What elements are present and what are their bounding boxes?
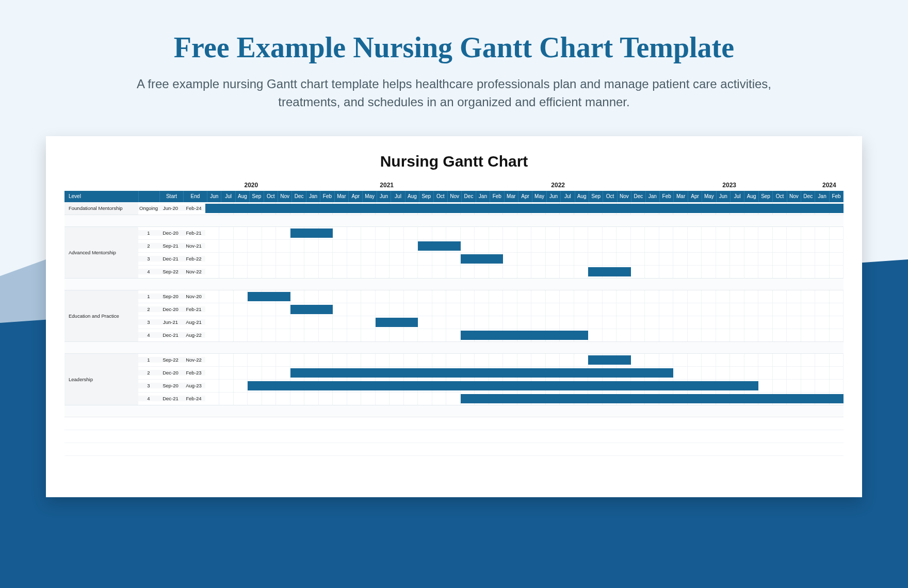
row-n: 2 xyxy=(138,370,159,375)
gantt-row: 2Dec-20Feb-23 xyxy=(138,366,844,379)
row-end: Feb-21 xyxy=(182,230,205,236)
year-header: 2024 xyxy=(815,182,844,191)
gantt-group: Foundational MentorshipOngoingJun-20Feb-… xyxy=(64,202,844,215)
year-header: 2021 xyxy=(301,182,473,191)
col-month: Jul xyxy=(221,191,235,202)
gantt-bar xyxy=(461,331,588,340)
row-timeline xyxy=(205,266,844,278)
gantt-row: 4Dec-21Aug-22 xyxy=(138,329,844,341)
gantt-row: 4Dec-21Feb-24 xyxy=(138,392,844,405)
row-start: Jun-20 xyxy=(159,205,182,211)
row-timeline xyxy=(205,202,844,215)
gantt-row: 3Dec-21Feb-22 xyxy=(138,252,844,265)
col-month: Jun xyxy=(377,191,391,202)
col-month: Jul xyxy=(731,191,744,202)
col-month: Jun xyxy=(717,191,731,202)
page-subtitle: A free example nursing Gantt chart templ… xyxy=(119,75,789,111)
col-month: Jan xyxy=(646,191,660,202)
group-rows: 1Dec-20Feb-212Sep-21Nov-213Dec-21Feb-224… xyxy=(138,227,844,278)
col-month: Jul xyxy=(391,191,405,202)
col-month: Oct xyxy=(264,191,278,202)
gantt-row: 2Sep-21Nov-21 xyxy=(138,239,844,252)
col-month: Oct xyxy=(773,191,787,202)
row-end: Nov-22 xyxy=(182,357,205,363)
row-n: 4 xyxy=(138,332,159,338)
gantt-row: 4Sep-22Nov-22 xyxy=(138,265,844,278)
group-gap xyxy=(64,279,844,290)
group-rows: 1Sep-22Nov-222Dec-20Feb-233Sep-20Aug-234… xyxy=(138,354,844,405)
group-gap xyxy=(64,215,844,227)
gantt-bar xyxy=(290,228,333,238)
row-timeline xyxy=(205,354,844,366)
group-label: Leadership xyxy=(64,354,138,405)
col-start: Start xyxy=(160,191,184,202)
col-month: Apr xyxy=(518,191,532,202)
col-month: Dec xyxy=(462,191,476,202)
gantt-group: Leadership1Sep-22Nov-222Dec-20Feb-233Sep… xyxy=(64,354,844,405)
group-label: Foundational Mentorship xyxy=(64,202,138,215)
group-label: Education and Practice xyxy=(64,290,138,341)
year-header: 2020 xyxy=(201,182,301,191)
col-month: Sep xyxy=(759,191,773,202)
row-end: Aug-21 xyxy=(182,319,205,325)
col-month: Dec xyxy=(631,191,645,202)
row-timeline xyxy=(205,290,844,303)
col-month: Jan xyxy=(476,191,490,202)
row-timeline xyxy=(205,303,844,316)
col-month: May xyxy=(702,191,716,202)
col-month: Sep xyxy=(589,191,603,202)
col-month: Feb xyxy=(830,191,844,202)
row-n: 3 xyxy=(138,319,159,325)
gantt-row: 3Jun-21Aug-21 xyxy=(138,316,844,329)
row-n: 3 xyxy=(138,383,159,388)
col-month: Aug xyxy=(575,191,589,202)
row-start: Jun-21 xyxy=(159,319,182,325)
row-n: 2 xyxy=(138,306,159,312)
col-month: Mar xyxy=(505,191,518,202)
page-title: Free Example Nursing Gantt Chart Templat… xyxy=(0,31,908,64)
gantt-bar xyxy=(248,292,290,301)
content: Free Example Nursing Gantt Chart Templat… xyxy=(0,0,908,497)
row-n: 1 xyxy=(138,293,159,299)
row-end: Feb-24 xyxy=(182,396,205,401)
col-month: Aug xyxy=(744,191,758,202)
gantt-group: Education and Practice1Sep-20Nov-202Dec-… xyxy=(64,290,844,342)
year-header-row: 20202021202220232024 xyxy=(201,182,844,191)
col-month: Aug xyxy=(406,191,419,202)
gantt-row: 1Sep-22Nov-22 xyxy=(138,354,844,366)
row-end: Nov-21 xyxy=(182,243,205,249)
col-month: May xyxy=(532,191,546,202)
row-n: 4 xyxy=(138,396,159,401)
col-month: Jun xyxy=(207,191,221,202)
gantt-bar xyxy=(376,318,418,327)
gantt-bar xyxy=(461,254,503,264)
gantt-bar xyxy=(418,241,460,251)
row-end: Feb-24 xyxy=(182,205,205,211)
col-month: Feb xyxy=(320,191,334,202)
col-month: Apr xyxy=(349,191,363,202)
year-header: 2022 xyxy=(473,182,644,191)
gantt-row: 3Sep-20Aug-23 xyxy=(138,379,844,392)
group-rows: 1Sep-20Nov-202Dec-20Feb-213Jun-21Aug-214… xyxy=(138,290,844,341)
row-timeline xyxy=(205,316,844,329)
col-month: Sep xyxy=(419,191,433,202)
col-month: Oct xyxy=(603,191,617,202)
col-n xyxy=(139,191,160,202)
chart-card: Nursing Gantt Chart 20202021202220232024… xyxy=(46,136,862,497)
blank-row xyxy=(64,430,844,443)
col-month: Nov xyxy=(787,191,801,202)
row-start: Dec-20 xyxy=(159,370,182,375)
row-start: Dec-20 xyxy=(159,230,182,236)
col-month: Mar xyxy=(674,191,688,202)
group-rows: OngoingJun-20Feb-24 xyxy=(138,202,844,215)
col-month: Jan xyxy=(815,191,829,202)
col-month: Nov xyxy=(278,191,292,202)
gantt-body: Foundational MentorshipOngoingJun-20Feb-… xyxy=(64,202,844,456)
row-start: Dec-21 xyxy=(159,256,182,262)
row-start: Sep-21 xyxy=(159,243,182,249)
blank-row xyxy=(64,443,844,456)
row-n: 1 xyxy=(138,230,159,236)
row-timeline xyxy=(205,367,844,379)
row-timeline xyxy=(205,380,844,392)
col-month: Jan xyxy=(306,191,320,202)
